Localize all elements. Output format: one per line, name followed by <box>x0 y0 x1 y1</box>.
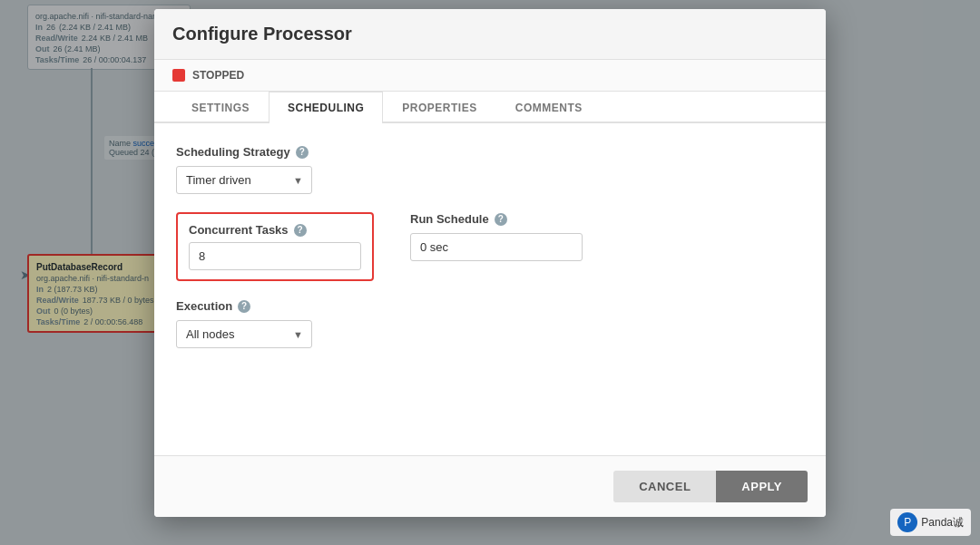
run-schedule-label: Run Schedule ? <box>410 212 583 226</box>
configure-processor-dialog: Configure Processor Stopped SETTINGS SCH… <box>154 9 826 517</box>
apply-button[interactable]: APPLY <box>716 471 808 502</box>
tab-bar: SETTINGS SCHEDULING PROPERTIES COMMENTS <box>154 92 826 123</box>
dialog-header: Configure Processor <box>154 9 826 60</box>
scheduling-strategy-label: Scheduling Strategy ? <box>176 145 804 159</box>
status-text: Stopped <box>192 69 244 82</box>
dialog-title: Configure Processor <box>172 24 352 44</box>
concurrent-tasks-highlighted-box: Concurrent Tasks ? <box>176 212 374 281</box>
dialog-body: Stopped SETTINGS SCHEDULING PROPERTIES C… <box>154 60 826 455</box>
modal-overlay: Configure Processor Stopped SETTINGS SCH… <box>0 0 980 545</box>
cancel-button[interactable]: CANCEL <box>613 471 716 502</box>
scheduling-strategy-select[interactable]: Timer driven CRON driven Event driven <box>176 166 312 194</box>
tab-properties[interactable]: PROPERTIES <box>383 92 495 123</box>
execution-select[interactable]: All nodes Primary node only <box>176 320 312 348</box>
tasks-schedule-row: Concurrent Tasks ? Run Schedule ? <box>176 212 804 281</box>
execution-group: Execution ? All nodes Primary node only … <box>176 299 804 348</box>
scheduling-strategy-group: Scheduling Strategy ? Timer driven CRON … <box>176 145 804 194</box>
execution-label: Execution ? <box>176 299 804 313</box>
tab-comments[interactable]: COMMENTS <box>496 92 602 123</box>
run-schedule-col: Run Schedule ? <box>410 212 583 261</box>
status-bar: Stopped <box>154 60 826 92</box>
concurrent-tasks-input[interactable] <box>189 242 361 270</box>
concurrent-tasks-help-icon[interactable]: ? <box>294 224 307 237</box>
watermark-icon: P <box>897 512 917 532</box>
concurrent-tasks-label: Concurrent Tasks ? <box>189 223 361 237</box>
execution-select-wrapper: All nodes Primary node only ▼ <box>176 320 312 348</box>
dialog-footer: CANCEL APPLY <box>154 455 826 517</box>
tab-scheduling[interactable]: SCHEDULING <box>269 92 383 123</box>
concurrent-tasks-col: Concurrent Tasks ? <box>176 212 374 281</box>
watermark: P Panda诚 <box>890 509 971 536</box>
status-indicator-icon <box>172 69 185 82</box>
execution-help-icon[interactable]: ? <box>238 300 250 313</box>
scheduling-tab-content: Scheduling Strategy ? Timer driven CRON … <box>154 123 826 455</box>
scheduling-strategy-help-icon[interactable]: ? <box>296 146 309 159</box>
run-schedule-input[interactable] <box>410 233 583 261</box>
tab-settings[interactable]: SETTINGS <box>172 92 269 123</box>
scheduling-strategy-select-wrapper: Timer driven CRON driven Event driven ▼ <box>176 166 312 194</box>
run-schedule-help-icon[interactable]: ? <box>495 213 507 226</box>
